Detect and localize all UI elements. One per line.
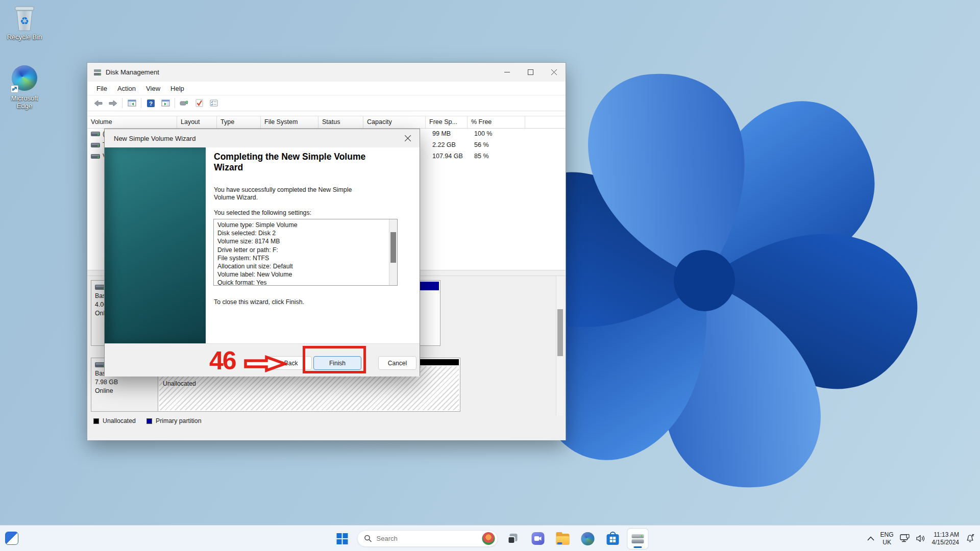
volume-free-space: 107.94 GB: [432, 153, 463, 160]
volume-pct-free: 100 %: [474, 130, 492, 137]
column-header-type[interactable]: Type: [217, 116, 261, 128]
listbox-scrollbar[interactable]: [389, 219, 397, 285]
network-icon[interactable]: [900, 534, 910, 543]
minimize-button[interactable]: [495, 63, 519, 82]
disk2-status: Online: [95, 387, 158, 394]
volume-icon[interactable]: [916, 535, 926, 542]
edge-icon: [581, 532, 595, 545]
listbox-scrollbar-thumb[interactable]: [390, 232, 396, 263]
action-pane-icon[interactable]: [160, 97, 171, 109]
desktop-icon-recycle-bin[interactable]: ♻ Recycle Bin: [3, 4, 46, 41]
wizard-heading: Completing the New Simple Volume Wizard: [214, 152, 377, 173]
edge-icon: [11, 65, 38, 93]
forward-arrow-icon[interactable]: [107, 97, 118, 109]
file-explorer-icon: [556, 534, 570, 545]
disk-management-icon: [632, 534, 644, 544]
taskbar-search[interactable]: [357, 530, 498, 547]
menu-bar: File Action View Help: [87, 82, 566, 95]
setting-line: Volume size: 8174 MB: [217, 237, 387, 245]
column-header-filler: [525, 116, 566, 128]
check-document-icon[interactable]: [193, 97, 205, 109]
column-header-volume[interactable]: Volume: [87, 116, 177, 128]
help-icon[interactable]: ?: [145, 97, 156, 109]
language-indicator[interactable]: ENG UK: [880, 531, 894, 546]
setting-line: Quick format: Yes: [217, 279, 387, 286]
desktop-icon-label: Recycle Bin: [3, 34, 46, 41]
notification-bell-icon[interactable]: [965, 534, 975, 543]
desktop-icon-label: Microsoft Edge: [8, 95, 41, 110]
svg-text:♻: ♻: [20, 15, 29, 27]
window-titlebar[interactable]: Disk Management: [87, 63, 566, 82]
maximize-button[interactable]: [519, 63, 542, 82]
refresh-disk-icon[interactable]: [179, 97, 190, 109]
widgets-button[interactable]: [5, 532, 18, 545]
column-header-free-space[interactable]: Free Sp...: [426, 116, 468, 128]
menu-help[interactable]: Help: [165, 83, 189, 94]
properties-list-icon[interactable]: [208, 97, 219, 109]
setting-line: Drive letter or path: F:: [217, 246, 387, 254]
shortcut-arrow-icon: [11, 85, 18, 93]
edge-button[interactable]: [578, 529, 598, 549]
region-label: Unallocated: [163, 380, 459, 387]
toolbar: ?: [87, 95, 566, 111]
drive-icon: [91, 153, 100, 160]
legend-primary-label: Primary partition: [156, 417, 202, 424]
store-icon: [607, 534, 619, 545]
disk-management-app-icon: [93, 69, 102, 76]
show-console-tree-icon[interactable]: [126, 97, 137, 109]
setting-line: Allocation unit size: Default: [217, 262, 387, 270]
language-code: ENG: [880, 531, 894, 538]
legend-unallocated-label: Unallocated: [103, 417, 136, 424]
start-button[interactable]: [332, 529, 353, 549]
search-input[interactable]: [377, 535, 478, 542]
annotation-arrow-icon: [244, 355, 287, 372]
wizard-sidebar-image: [105, 147, 206, 343]
search-highlight-image[interactable]: [482, 532, 495, 545]
legend: Unallocated Primary partition: [93, 417, 208, 424]
microsoft-store-button[interactable]: [603, 529, 623, 549]
taskbar: ENG UK 11:13 AM 4/15/2024: [0, 525, 980, 551]
language-region: UK: [880, 539, 894, 546]
wizard-close-icon[interactable]: [396, 129, 420, 147]
windows-start-icon: [337, 533, 348, 544]
setting-line: File system: NTFS: [217, 254, 387, 262]
svg-text:?: ?: [149, 100, 153, 106]
cancel-button[interactable]: Cancel: [378, 356, 416, 370]
clock[interactable]: 11:13 AM 4/15/2024: [932, 531, 959, 546]
task-view-button[interactable]: [503, 529, 523, 549]
chat-camera-icon: [531, 532, 544, 545]
wizard-title: New Simple Volume Wizard: [114, 135, 195, 142]
file-explorer-button[interactable]: [553, 529, 573, 549]
column-header-status[interactable]: Status: [318, 116, 363, 128]
tray-time: 11:13 AM: [932, 531, 959, 539]
wizard-outro-text: To close this wizard, click Finish.: [214, 298, 304, 306]
column-header-pct-free[interactable]: % Free: [468, 116, 525, 128]
close-button[interactable]: [542, 63, 566, 82]
column-header-capacity[interactable]: Capacity: [363, 116, 426, 128]
back-arrow-icon[interactable]: [92, 97, 104, 109]
menu-action[interactable]: Action: [112, 83, 141, 94]
task-view-icon: [507, 533, 519, 545]
scrollbar-thumb[interactable]: [557, 309, 563, 356]
menu-view[interactable]: View: [141, 83, 165, 94]
vertical-scrollbar[interactable]: [556, 276, 564, 416]
desktop-icon-microsoft-edge[interactable]: Microsoft Edge: [3, 64, 46, 110]
tray-date: 4/15/2024: [932, 539, 959, 546]
disk-management-taskbar-button[interactable]: [628, 529, 648, 549]
desktop: ♻ Recycle Bin Microsoft Edge Disk Manage…: [0, 0, 980, 551]
column-header-layout[interactable]: Layout: [177, 116, 217, 128]
volume-free-space: 99 MB: [432, 130, 451, 137]
column-header-file-system[interactable]: File System: [261, 116, 318, 128]
drive-icon: [91, 142, 100, 148]
volume-pct-free: 85 %: [474, 153, 489, 160]
disk2-size: 7.98 GB: [95, 379, 158, 386]
wizard-titlebar[interactable]: New Simple Volume Wizard: [105, 129, 420, 147]
volume-free-space: 2.22 GB: [432, 141, 456, 148]
drive-icon: [91, 131, 100, 137]
chat-button[interactable]: [528, 529, 548, 549]
wizard-settings-listbox[interactable]: Volume type: Simple Volume Disk selected…: [213, 219, 398, 286]
new-simple-volume-wizard-dialog: New Simple Volume Wizard Completing the …: [104, 129, 420, 376]
volume-pct-free: 56 %: [474, 141, 489, 148]
menu-file[interactable]: File: [91, 83, 112, 94]
tray-chevron-up-icon[interactable]: [867, 536, 874, 541]
